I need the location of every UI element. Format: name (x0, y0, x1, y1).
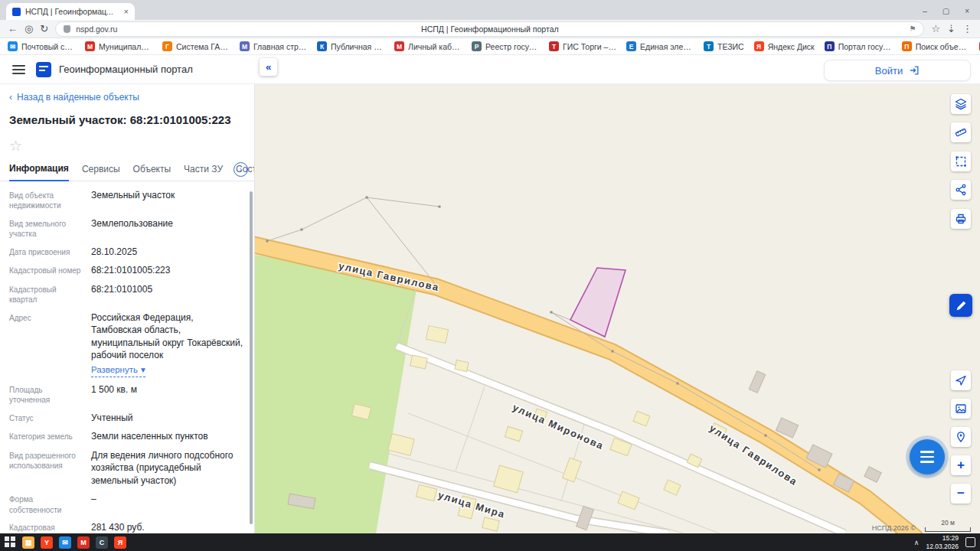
window-minimize-icon[interactable]: – (923, 7, 927, 15)
collapse-panel-button[interactable]: « (260, 58, 277, 76)
bookmark-item[interactable]: ГСистема ГАРАНТ (162, 41, 230, 51)
favorites-icon[interactable]: ☆ (931, 24, 940, 34)
info-row: Площадь уточненная1 500 кв. м (9, 383, 245, 406)
tabs-scroll-right-button[interactable]: › (234, 162, 248, 177)
zoom-out-button[interactable]: − (951, 484, 971, 504)
downloads-icon[interactable]: ⇣ (947, 24, 956, 34)
bookmark-item[interactable]: РРеестр государст (472, 41, 539, 51)
login-arrow-icon (909, 65, 920, 76)
window-maximize-icon[interactable]: ▢ (942, 7, 949, 15)
share-button[interactable] (951, 180, 971, 200)
bookmark-favicon: К (317, 41, 327, 51)
tab-information[interactable]: Информация (9, 163, 69, 181)
bookmark-item[interactable]: КПубличная кадас (317, 41, 384, 51)
bookmark-favicon: Т (704, 41, 714, 51)
selection-area-icon (955, 155, 967, 168)
basemap-button[interactable] (951, 399, 971, 419)
app-header: Геоинформационный портал Войти (0, 55, 980, 84)
taskbar-app-explorer[interactable]: ▤ (22, 536, 34, 549)
print-button[interactable] (951, 209, 971, 229)
hamburger-menu-icon[interactable] (12, 65, 25, 74)
info-row: Кадастровая стоимость281 430 руб. (9, 521, 245, 533)
tab-objects[interactable]: Объекты (133, 164, 172, 181)
print-icon (955, 213, 967, 225)
bookmark-item[interactable]: ТТЕЗИС (704, 41, 744, 51)
refresh-icon[interactable]: ↻ (40, 24, 48, 34)
object-title: Земельный участок: 68:21:0101005:223 (9, 112, 245, 128)
measure-button[interactable] (951, 122, 971, 142)
identify-button[interactable] (951, 427, 971, 447)
tab-parcel-parts[interactable]: Части ЗУ (184, 164, 223, 181)
bookmark-favicon: Я (754, 41, 764, 51)
bookmark-item[interactable]: ППортал государст (825, 41, 892, 51)
app-title: Геоинформационный портал (59, 64, 193, 75)
info-row: Вид объекта недвижимостиЗемельный участо… (9, 189, 245, 211)
bookmark-item[interactable]: ✉Почтовый сервер (8, 41, 75, 51)
taskbar-app-browser[interactable]: Y (41, 536, 53, 549)
pencil-icon (955, 299, 968, 312)
tab-title: НСПД | Геоинформац... (25, 7, 119, 16)
chevron-down-icon: ▾ (141, 364, 145, 377)
bookmarks-bar: ✉Почтовый сервер ММуниципальный ГСистема… (0, 38, 980, 55)
back-to-results-link[interactable]: ‹ Назад в найденные объекты (9, 92, 245, 103)
screen: НСПД | Геоинформац... × – ▢ × ← ◎ ↻ nspd… (0, 0, 980, 551)
info-row: Вид земельного участкаЗемлепользование (9, 217, 245, 240)
taskbar-app[interactable]: C (96, 536, 108, 549)
window-close-icon[interactable]: × (965, 7, 969, 15)
info-row: Дата присвоения28.10.2025 (9, 246, 245, 259)
bookmark-item[interactable]: ТГИС Торги – прод (549, 41, 616, 51)
tab-favicon (12, 8, 21, 16)
bookmark-favicon: П (825, 41, 835, 51)
back-icon[interactable]: ← (8, 24, 18, 34)
draw-panel-button[interactable] (949, 294, 972, 317)
zoom-in-button[interactable]: + (951, 455, 971, 475)
info-row: Кадастровый квартал68:21:0101005 (9, 283, 245, 305)
area-select-button[interactable] (951, 152, 971, 171)
taskbar-app[interactable]: М (77, 536, 90, 549)
tray-expand-icon[interactable]: ∧ (914, 539, 920, 546)
assistant-icon[interactable]: ◎ (24, 24, 33, 34)
object-attributes: Вид объекта недвижимостиЗемельный участо… (0, 181, 254, 534)
notification-center-icon[interactable] (965, 537, 975, 547)
image-icon (955, 403, 967, 415)
map-attribution: НСПД 2026 © 20 м (872, 519, 971, 532)
map-pin-icon (955, 431, 967, 443)
nspd-logo (36, 62, 51, 77)
panel-scrollbar[interactable] (250, 191, 253, 524)
bookmark-item[interactable]: ППоиск объектов в (902, 41, 969, 51)
tab-services[interactable]: Сервисы (82, 164, 120, 181)
bookmark-favicon: Г (162, 41, 172, 51)
bookmark-flag-icon[interactable]: ⚑ (909, 24, 916, 33)
browser-menu-icon[interactable]: ⋮ (962, 24, 972, 34)
bookmark-item[interactable]: ЯЯндекс Диск (754, 41, 815, 51)
attribution-text: НСПД 2026 © (872, 524, 916, 532)
info-row: Вид разрешенного использованияДля ведени… (9, 449, 245, 487)
address-bar[interactable]: nspd.gov.ru НСПД | Геоинформационный пор… (55, 21, 924, 37)
layers-button[interactable] (951, 94, 971, 114)
start-button[interactable] (5, 536, 16, 548)
location-arrow-icon (955, 374, 967, 386)
bookmark-item[interactable]: ММуниципальный (85, 41, 152, 51)
bookmark-item[interactable]: МГлавная страниц (240, 41, 307, 51)
window-controls: – ▢ × (923, 7, 980, 20)
bookmark-favicon: Т (549, 41, 559, 51)
taskbar-app-mail[interactable]: ✉ (59, 536, 71, 549)
expand-address-link[interactable]: Развернуть ▾ (91, 364, 145, 377)
panel-tabs: Информация Сервисы Объекты Части ЗУ Сост… (0, 153, 254, 181)
info-row-address: Адрес Российская Федерация, Тамбовская о… (9, 311, 245, 377)
bookmark-favicon: Е (626, 41, 636, 51)
tab-close-icon[interactable]: × (124, 7, 129, 16)
taskbar-app-yandex[interactable]: Я (114, 536, 126, 549)
page-title-text: НСПД | Геоинформационный портал (56, 24, 923, 34)
bookmark-favicon: Р (472, 41, 482, 51)
browser-tab[interactable]: НСПД | Геоинформац... × (6, 3, 135, 20)
locate-me-button[interactable] (951, 370, 971, 390)
favorite-star-icon[interactable]: ☆ (9, 139, 245, 153)
taskbar-clock[interactable]: 15:29 12.03.2026 (926, 534, 959, 549)
panel-menu-circle-button[interactable] (910, 439, 945, 474)
map-canvas[interactable]: улица Гаврилова улица Миронова улица Гав… (255, 84, 980, 533)
chevron-left-icon: ‹ (9, 92, 12, 103)
login-button[interactable]: Войти (824, 60, 971, 81)
bookmark-item[interactable]: МЛичный кабинет (394, 41, 462, 51)
bookmark-item[interactable]: ЕЕдиная электрон (626, 41, 694, 51)
